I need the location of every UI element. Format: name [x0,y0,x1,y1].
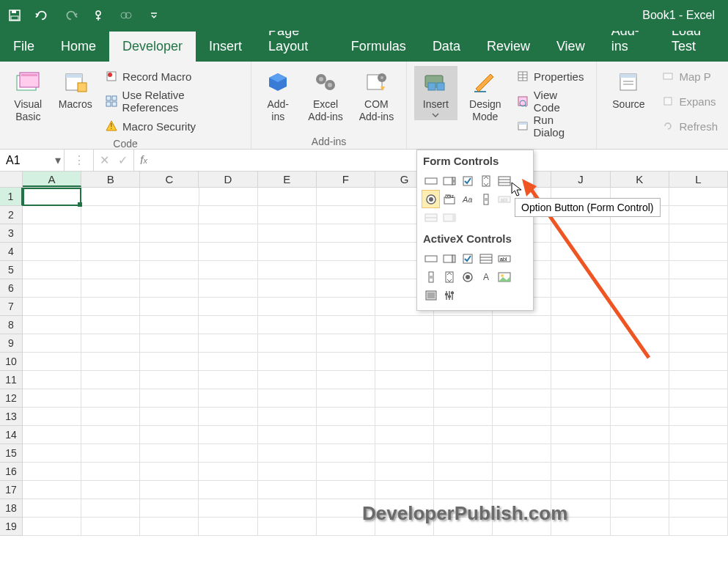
cell[interactable] [23,408,81,426]
row-header[interactable]: 14 [0,426,23,444]
cell[interactable] [611,463,669,481]
cell[interactable] [375,371,434,389]
qat-customize-icon[interactable] [147,8,161,23]
cell[interactable] [81,389,140,408]
cell[interactable] [611,298,669,316]
cell[interactable] [669,389,728,408]
cell[interactable] [611,224,669,243]
cell[interactable] [611,353,669,371]
cell[interactable] [81,279,140,298]
cancel-formula-icon[interactable]: ✕ [100,153,109,167]
cell[interactable] [375,353,434,371]
cell[interactable] [258,389,317,408]
cell[interactable] [669,499,728,518]
cell[interactable] [199,426,257,444]
cell[interactable] [23,316,81,334]
cell[interactable] [493,316,551,334]
cell[interactable] [140,279,199,298]
cell[interactable] [23,334,81,353]
cell[interactable] [258,426,317,444]
cell[interactable] [317,243,375,261]
name-box-dropdown-icon[interactable]: ▾ [55,153,61,167]
addins-button[interactable]: Add- ins [259,66,297,123]
tab-home[interactable]: Home [48,32,109,62]
morecontrols-activex[interactable] [440,286,458,304]
cell[interactable] [551,316,610,334]
cell[interactable] [140,518,199,536]
cell[interactable] [23,279,81,298]
cell[interactable] [611,389,669,408]
togglebutton-activex[interactable] [422,286,440,304]
cell[interactable] [669,261,728,279]
cell[interactable] [669,279,728,298]
cell[interactable] [81,371,140,389]
cell[interactable] [551,224,610,243]
excel-addins-button[interactable]: Excel Add-ins [303,66,348,123]
cell[interactable] [669,481,728,499]
row-header[interactable]: 11 [0,371,23,389]
cell[interactable] [493,371,551,389]
cell[interactable] [258,481,317,499]
cell[interactable] [258,261,317,279]
cell[interactable] [81,316,140,334]
cell[interactable] [669,463,728,481]
tab-developer[interactable]: Developer [109,32,196,62]
cell[interactable] [669,188,728,206]
cell[interactable] [258,206,317,224]
scrollbar-form-control[interactable] [477,190,495,208]
cell[interactable] [669,316,728,334]
cell[interactable] [81,224,140,243]
cell[interactable] [434,353,493,371]
cell[interactable] [199,353,257,371]
cell[interactable] [23,188,81,206]
cell[interactable] [317,206,375,224]
cell[interactable] [140,481,199,499]
cell[interactable] [23,353,81,371]
cell[interactable] [81,298,140,316]
cell[interactable] [669,408,728,426]
cell[interactable] [199,188,258,206]
relative-references-button[interactable]: Use Relative References [102,91,243,111]
row-header[interactable]: 13 [0,408,23,426]
cell[interactable] [81,444,140,463]
cell[interactable] [611,481,669,499]
com-addins-button[interactable]: COM Add-ins [354,66,399,123]
cell[interactable] [258,463,317,481]
checkbox-form-control[interactable] [458,172,477,190]
cell[interactable] [611,499,669,518]
run-dialog-button[interactable]: Run Dialog [513,116,589,136]
cell[interactable] [81,334,140,353]
tab-view[interactable]: View [543,32,598,62]
cell[interactable] [317,188,375,206]
design-mode-button[interactable]: Design Mode [463,66,507,123]
cell[interactable] [375,463,434,481]
cell[interactable] [434,316,493,334]
column-header[interactable]: A [23,172,81,187]
cell[interactable] [551,408,610,426]
cell[interactable] [81,499,140,518]
optionbutton-form-control[interactable] [422,190,440,208]
cell[interactable] [199,243,257,261]
cell[interactable] [140,224,199,243]
column-header[interactable]: B [81,172,140,187]
cell[interactable] [611,371,669,389]
cell[interactable] [258,408,317,426]
row-header[interactable]: 18 [0,499,23,518]
cell[interactable] [258,224,317,243]
cell[interactable] [23,389,81,408]
cell[interactable] [199,224,257,243]
cell[interactable] [551,353,610,371]
column-header[interactable]: E [258,172,317,187]
cell[interactable] [317,389,375,408]
cell[interactable] [199,334,257,353]
cell[interactable] [551,426,610,444]
tab-file[interactable]: File [0,32,48,62]
cell[interactable] [199,444,257,463]
cell[interactable] [23,463,81,481]
listbox-activex[interactable] [477,249,495,268]
cell[interactable] [669,426,728,444]
cell[interactable] [23,426,81,444]
cell[interactable] [199,463,257,481]
cell[interactable] [375,444,434,463]
tab-insert[interactable]: Insert [196,32,255,62]
